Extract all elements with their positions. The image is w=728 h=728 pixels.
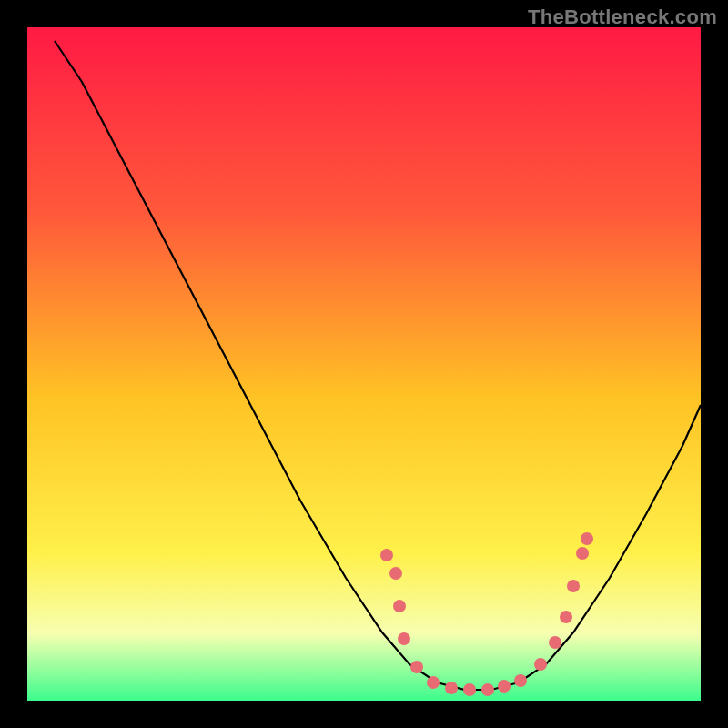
curve-marker-point xyxy=(427,676,440,689)
curve-marker-point xyxy=(389,567,402,580)
watermark-text: TheBottleneck.com xyxy=(528,5,717,29)
curve-markers xyxy=(380,532,593,696)
curve-marker-point xyxy=(514,674,527,687)
curve-marker-point xyxy=(393,600,406,612)
curve-marker-point xyxy=(534,658,547,671)
curve-marker-point xyxy=(581,532,593,545)
curve-marker-point xyxy=(481,683,494,696)
curve-marker-point xyxy=(567,580,580,592)
chart-curve-layer xyxy=(27,27,701,701)
curve-marker-point xyxy=(576,547,589,560)
curve-marker-point xyxy=(398,632,410,645)
chart-frame xyxy=(27,27,701,701)
curve-marker-point xyxy=(410,661,423,673)
curve-marker-point xyxy=(445,682,458,694)
curve-marker-point xyxy=(463,683,476,696)
bottleneck-curve xyxy=(55,41,701,690)
curve-marker-point xyxy=(380,549,393,561)
curve-marker-point xyxy=(498,680,511,693)
curve-marker-point xyxy=(560,611,572,623)
curve-marker-point xyxy=(549,636,561,649)
